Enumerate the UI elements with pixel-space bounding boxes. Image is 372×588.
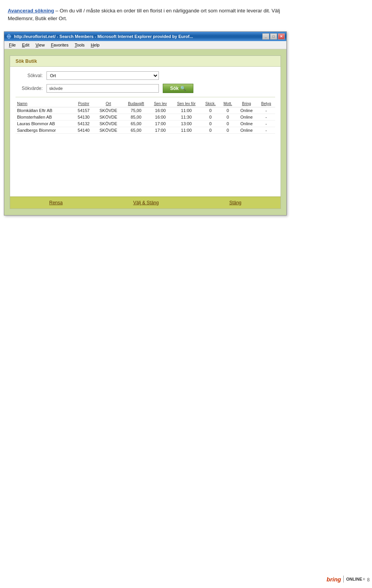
table-row[interactable]: Blomsterhallen AB54130SKÖVDE85,0016:0011…: [16, 114, 275, 121]
page-number: 8: [367, 577, 370, 583]
table-cell: 65,00: [123, 121, 150, 127]
menu-tools[interactable]: Tools: [72, 42, 88, 48]
browser-window: http://euroflorist.net/ - Search Members…: [4, 31, 287, 216]
table-cell: Online: [236, 107, 257, 114]
search-button[interactable]: Sök 🔍: [163, 84, 193, 93]
table-cell: SKÖVDE: [94, 121, 123, 127]
col-sen-lev[interactable]: Sen lev: [149, 100, 171, 107]
table-cell: 11:00: [171, 127, 201, 134]
branding-online: ONLINE: [346, 577, 362, 581]
menu-view[interactable]: View: [33, 42, 48, 48]
col-ort[interactable]: Ort: [94, 100, 123, 107]
title-bar: http://euroflorist.net/ - Search Members…: [4, 32, 286, 41]
search-button-label: Sök: [170, 86, 179, 91]
table-cell: 85,00: [123, 114, 150, 121]
table-cell: 0: [220, 127, 236, 134]
table-cell: Blomsterhallen AB: [16, 114, 73, 121]
table-cell: 54157: [73, 107, 94, 114]
table-row[interactable]: Sandbergs Blommor54140SKÖVDE65,0017:0011…: [16, 127, 275, 134]
results-table: Namn Postnr Ort Budavgift Sen lev Sen le…: [16, 100, 275, 134]
menu-file[interactable]: File: [6, 42, 19, 48]
search-icon: 🔍: [180, 86, 186, 91]
valj-stang-button[interactable]: Välj & Stäng: [133, 200, 159, 205]
table-cell: 13:00: [171, 121, 201, 127]
sokval-row: Sökval: Ort: [16, 71, 275, 80]
table-cell: 0: [220, 107, 236, 114]
card-header: Sök Butik: [10, 56, 281, 67]
card-header-title: Sök Butik: [16, 59, 37, 64]
col-bring[interactable]: Bring: [236, 100, 257, 107]
table-cell: -: [257, 107, 275, 114]
rensa-button[interactable]: Rensa: [49, 200, 63, 205]
bottom-bar: Rensa Välj & Stäng Stäng: [10, 197, 281, 209]
sokval-select[interactable]: Ort: [46, 71, 159, 80]
table-row[interactable]: Blomkällan Eftr AB54157SKÖVDE75,0016:001…: [16, 107, 275, 114]
minimize-button[interactable]: _: [262, 33, 269, 40]
sokvarde-label: Sökvärde:: [16, 86, 43, 91]
empty-area: [16, 134, 275, 188]
table-cell: SKÖVDE: [94, 114, 123, 121]
table-header-row: Namn Postnr Ort Budavgift Sen lev Sen le…: [16, 100, 275, 107]
table-cell: 0: [201, 114, 220, 121]
table-row[interactable]: Lauras Blommor AB54132SKÖVDE65,0017:0013…: [16, 121, 275, 127]
table-cell: -: [257, 127, 275, 134]
table-cell: 0: [201, 121, 220, 127]
table-cell: 54140: [73, 127, 94, 134]
title-bar-text: http://euroflorist.net/ - Search Members…: [14, 34, 193, 39]
menu-help[interactable]: Help: [88, 42, 103, 48]
branding-bring: bring: [327, 576, 341, 583]
table-cell: Sandbergs Blommor: [16, 127, 73, 134]
col-sen-lev-for[interactable]: Sen lev för: [171, 100, 201, 107]
table-cell: 17:00: [149, 127, 171, 134]
table-cell: Blomkällan Eftr AB: [16, 107, 73, 114]
table-cell: SKÖVDE: [94, 107, 123, 114]
branding-registered: ®: [363, 578, 365, 581]
dialog-card: Sök Butik Sökval: Ort Sökvärde: Sök: [10, 55, 281, 209]
menu-bar: File Edit View Favorites Tools Help: [4, 41, 286, 49]
table-cell: 16:00: [149, 107, 171, 114]
card-body: Sökval: Ort Sökvärde: Sök 🔍: [10, 67, 281, 193]
branding: bring ONLINE®: [327, 576, 365, 583]
divider: [16, 97, 275, 97]
title-bar-left: http://euroflorist.net/ - Search Members…: [6, 33, 193, 40]
intro-text: Avancerad sökning – Om du vill / måste s…: [0, 0, 294, 26]
col-budavgift[interactable]: Budavgift: [123, 100, 150, 107]
table-cell: Lauras Blommor AB: [16, 121, 73, 127]
col-postnr[interactable]: Postnr: [73, 100, 94, 107]
table-cell: 0: [220, 121, 236, 127]
stang-button[interactable]: Stäng: [229, 200, 241, 205]
table-cell: -: [257, 114, 275, 121]
table-cell: 65,00: [123, 127, 150, 134]
table-cell: 16:00: [149, 114, 171, 121]
col-mott[interactable]: Mott.: [220, 100, 236, 107]
table-cell: Online: [236, 114, 257, 121]
table-cell: 75,00: [123, 107, 150, 114]
table-cell: 0: [220, 114, 236, 121]
table-cell: SKÖVDE: [94, 127, 123, 134]
table-cell: Online: [236, 121, 257, 127]
table-cell: 11:30: [171, 114, 201, 121]
sokvarde-row: Sökvärde: Sök 🔍: [16, 84, 275, 93]
title-bar-buttons: _ □ ✕: [262, 33, 285, 40]
menu-favorites[interactable]: Favorites: [48, 42, 71, 48]
table-cell: 54130: [73, 114, 94, 121]
browser-icon: [6, 33, 12, 40]
close-button[interactable]: ✕: [278, 33, 285, 40]
sokvarde-input[interactable]: [46, 84, 159, 93]
branding-separator: [343, 576, 344, 583]
table-cell: 0: [201, 107, 220, 114]
table-cell: -: [257, 121, 275, 127]
highlight-text: Avancerad sökning: [8, 8, 54, 14]
table-cell: 17:00: [149, 121, 171, 127]
menu-edit[interactable]: Edit: [19, 42, 33, 48]
col-betyg[interactable]: Betyg: [257, 100, 275, 107]
table-cell: 0: [201, 127, 220, 134]
maximize-button[interactable]: □: [270, 33, 277, 40]
sokval-label: Sökval:: [16, 73, 43, 78]
col-skick[interactable]: Skick.: [201, 100, 220, 107]
table-cell: 54132: [73, 121, 94, 127]
col-namn[interactable]: Namn: [16, 100, 73, 107]
table-cell: Online: [236, 127, 257, 134]
browser-content: Sök Butik Sökval: Ort Sökvärde: Sök: [4, 49, 286, 215]
table-cell: 11:00: [171, 107, 201, 114]
